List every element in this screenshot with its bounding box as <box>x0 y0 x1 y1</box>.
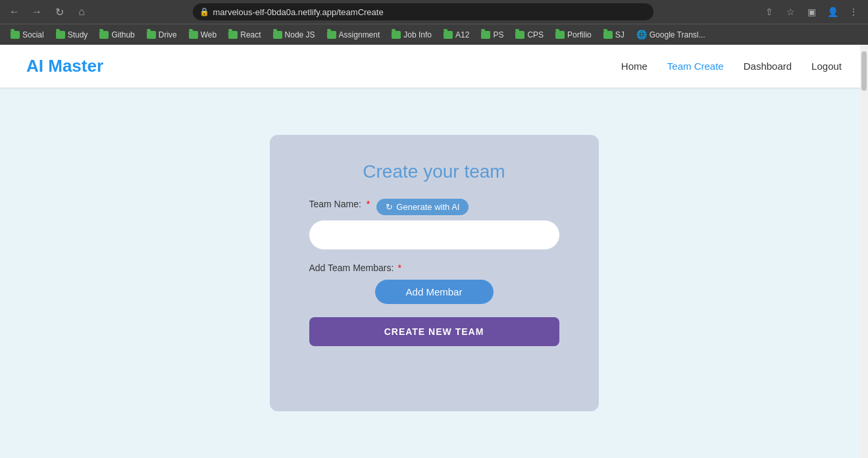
back-button[interactable]: ← <box>5 3 24 21</box>
bookmark-sj[interactable]: SJ <box>598 28 630 41</box>
bookmark-assignment-label: Assignment <box>339 30 380 39</box>
create-new-team-button[interactable]: CREATE NEW TEAM <box>309 317 559 346</box>
scrollbar[interactable] <box>860 45 868 458</box>
address-bar[interactable]: 🔒 marvelous-elf-0bda0a.netlify.app/teamC… <box>193 3 653 20</box>
bookmark-ps-label: PS <box>493 30 503 39</box>
folder-icon <box>327 31 336 39</box>
bookmark-a12-label: A12 <box>455 30 469 39</box>
bookmark-nodejs[interactable]: Node JS <box>268 28 320 41</box>
team-name-input[interactable] <box>309 220 559 249</box>
main-content: Create your team Team Name: * ↻ Generate… <box>0 88 868 458</box>
share-icon-btn[interactable]: ⇧ <box>760 3 779 21</box>
bookmark-social-label: Social <box>22 30 44 39</box>
bookmark-ps[interactable]: PS <box>476 28 509 41</box>
add-member-button[interactable]: Add Membar <box>375 280 494 304</box>
bookmark-web-label: Web <box>201 30 217 39</box>
generate-btn-label: Generate with AI <box>396 202 459 212</box>
browser-icons: ⇧ ☆ ▣ 👤 ⋮ <box>760 3 863 21</box>
add-members-label-row: Add Team Membars: * <box>309 263 559 273</box>
create-team-btn-label: CREATE NEW TEAM <box>384 326 484 337</box>
browser-titlebar: ← → ↻ ⌂ 🔒 marvelous-elf-0bda0a.netlify.a… <box>0 0 868 24</box>
bookmark-porfilio-label: Porfilio <box>567 30 592 39</box>
create-team-section: CREATE NEW TEAM <box>309 317 559 346</box>
nav-dashboard[interactable]: Dashboard <box>744 61 792 72</box>
scrollbar-thumb[interactable] <box>861 51 867 91</box>
team-name-label: Team Name: * <box>309 199 370 209</box>
team-name-required: * <box>367 199 370 209</box>
folder-icon <box>603 31 613 39</box>
extension-icon-btn[interactable]: ▣ <box>802 3 821 21</box>
add-members-section: Add Team Membars: * Add Membar <box>309 263 559 304</box>
bookmark-sj-label: SJ <box>615 30 625 39</box>
bookmark-cps[interactable]: CPS <box>510 28 549 41</box>
bookmark-study-label: Study <box>68 30 88 39</box>
menu-icon-btn[interactable]: ⋮ <box>844 3 863 21</box>
url-text: marvelous-elf-0bda0a.netlify.app/teamCre… <box>213 7 647 17</box>
nav-team-create[interactable]: Team Create <box>667 61 724 72</box>
generate-with-ai-button[interactable]: ↻ Generate with AI <box>376 199 469 215</box>
folder-icon <box>444 31 453 39</box>
bookmark-porfilio[interactable]: Porfilio <box>550 28 597 41</box>
folder-icon <box>99 31 109 39</box>
page-content: AI Master Home Team Create Dashboard Log… <box>0 45 868 458</box>
star-icon-btn[interactable]: ☆ <box>781 3 800 21</box>
bookmark-nodejs-label: Node JS <box>285 30 315 39</box>
team-name-label-row: Team Name: * ↻ Generate with AI <box>309 199 559 215</box>
bookmark-drive-label: Drive <box>159 30 177 39</box>
folder-icon <box>189 31 198 39</box>
bookmark-googletransl[interactable]: 🌐 Google Transl... <box>631 28 711 41</box>
app-logo: AI Master <box>26 56 103 76</box>
bookmark-study[interactable]: Study <box>51 28 93 41</box>
forward-button[interactable]: → <box>28 3 46 21</box>
team-name-section: Team Name: * ↻ Generate with AI <box>309 199 559 249</box>
spinner-icon: ↻ <box>386 202 393 212</box>
bookmark-jobinfo[interactable]: Job Info <box>386 28 437 41</box>
bookmark-googletransl-label: Google Transl... <box>650 30 705 39</box>
folder-icon <box>555 31 565 39</box>
bookmark-web[interactable]: Web <box>184 28 222 41</box>
bookmark-a12[interactable]: A12 <box>438 28 474 41</box>
bookmark-social[interactable]: Social <box>5 28 49 41</box>
refresh-button[interactable]: ↻ <box>50 3 68 21</box>
lock-icon: 🔒 <box>199 7 209 16</box>
bookmark-cps-label: CPS <box>527 30 544 39</box>
team-name-label-text: Team Name: <box>309 199 361 209</box>
bookmark-drive[interactable]: Drive <box>141 28 182 41</box>
add-members-required: * <box>397 263 401 273</box>
folder-icon <box>56 31 65 39</box>
app-nav: Home Team Create Dashboard Logout <box>621 61 842 72</box>
bookmark-assignment[interactable]: Assignment <box>322 28 386 41</box>
bookmarks-bar: Social Study Github Drive Web React Node… <box>0 24 868 45</box>
translate-icon: 🌐 <box>636 30 647 39</box>
home-button[interactable]: ⌂ <box>72 3 91 21</box>
folder-icon <box>228 31 238 39</box>
nav-home[interactable]: Home <box>621 61 648 72</box>
user-icon-btn[interactable]: 👤 <box>823 3 842 21</box>
bookmark-react[interactable]: React <box>223 28 266 41</box>
folder-icon <box>481 31 490 39</box>
folder-icon <box>515 31 524 39</box>
app-header: AI Master Home Team Create Dashboard Log… <box>0 45 868 88</box>
folder-icon <box>392 31 401 39</box>
nav-logout[interactable]: Logout <box>811 61 842 72</box>
folder-icon <box>11 31 20 39</box>
add-members-label-text: Add Team Membars: <box>309 263 394 273</box>
form-card: Create your team Team Name: * ↻ Generate… <box>270 135 599 411</box>
form-title: Create your team <box>363 161 505 182</box>
bookmark-github[interactable]: Github <box>94 28 140 41</box>
folder-icon <box>273 31 282 39</box>
bookmark-react-label: React <box>240 30 261 39</box>
bookmark-github-label: Github <box>111 30 134 39</box>
add-member-btn-label: Add Membar <box>406 286 463 297</box>
bookmark-jobinfo-label: Job Info <box>403 30 432 39</box>
folder-icon <box>147 31 156 39</box>
